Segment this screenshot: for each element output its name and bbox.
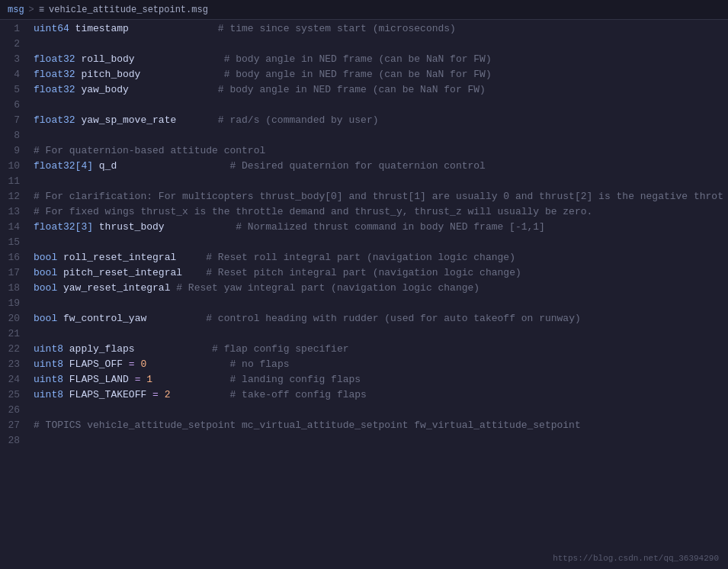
token: yaw_reset_integral [57, 282, 176, 294]
line-number: 4 [6, 67, 20, 82]
line-number: 14 [6, 220, 20, 235]
token: bool [34, 252, 57, 263]
token: = [129, 358, 135, 370]
token: # body angle in NED frame (can be NaN fo… [224, 53, 492, 65]
footer-url: https://blog.csdn.net/qq_36394290 [553, 554, 719, 563]
code-line: bool pitch_reset_integral # Reset pitch … [34, 265, 722, 281]
code-line [34, 174, 722, 189]
token: yaw_body [75, 84, 218, 95]
token: float32[4] [34, 160, 93, 172]
code-line: uint8 apply_flaps # flap config specifie… [34, 342, 722, 357]
line-number: 27 [6, 418, 20, 433]
code-line [34, 326, 722, 342]
breadcrumb-separator: > [29, 5, 34, 15]
token: 1 [140, 374, 152, 385]
token: apply_flaps [63, 343, 212, 355]
code-line: # TOPICS vehicle_attitude_setpoint mc_vi… [34, 418, 722, 433]
token: roll_body [75, 53, 224, 65]
token: float32 [34, 53, 75, 65]
line-number: 21 [6, 326, 20, 342]
token: uint64 [34, 23, 69, 34]
token: # take-off config flaps [229, 389, 366, 400]
line-number: 17 [6, 265, 20, 281]
code-line [34, 37, 722, 52]
line-number: 22 [6, 342, 20, 357]
breadcrumb-msg: msg [8, 5, 24, 15]
code-line: bool yaw_reset_integral # Reset yaw inte… [34, 281, 722, 296]
line-number: 12 [6, 189, 20, 204]
code-line: float32[3] thrust_body # Normalized thru… [34, 220, 722, 235]
code-line [34, 235, 722, 250]
token: float32[3] [34, 221, 93, 233]
line-number: 25 [6, 387, 20, 403]
token: # control heading with rudder (used for … [206, 313, 580, 324]
line-number: 8 [6, 128, 20, 143]
token: # For clarification: For multicopters th… [34, 191, 723, 202]
code-line: uint8 FLAPS_OFF = 0 # no flaps [34, 357, 722, 372]
token: fw_control_yaw [57, 313, 206, 324]
token: roll_reset_integral [57, 252, 206, 263]
token: # no flaps [229, 358, 289, 370]
token: # flap config specifier [212, 343, 348, 355]
line-number: 2 [6, 37, 20, 52]
token: pitch_reset_integral [57, 267, 206, 278]
code-line: # For fixed wings thrust_x is the thrott… [34, 204, 722, 220]
token: bool [34, 282, 57, 294]
code-container: 1234567891011121314151617181920212223242… [0, 20, 728, 569]
code-line: uint64 timestamp # time since system sta… [34, 21, 722, 37]
token: # body angle in NED frame (can be NaN fo… [224, 69, 492, 80]
token [170, 389, 229, 400]
line-number: 5 [6, 82, 20, 98]
token: = [152, 389, 159, 400]
token: yaw_sp_move_rate [75, 114, 218, 126]
line-number: 23 [6, 357, 20, 372]
token: timestamp [69, 23, 218, 34]
filename-label: vehicle_attitude_setpoint.msg [49, 5, 208, 15]
token: # body angle in NED frame (can be NaN fo… [218, 84, 486, 95]
line-number: 9 [6, 143, 20, 159]
token: uint8 [34, 374, 63, 385]
code-line: bool fw_control_yaw # control heading wi… [34, 311, 722, 326]
token: uint8 [34, 358, 63, 370]
token: q_d [93, 160, 229, 172]
line-number: 13 [6, 204, 20, 220]
code-line: bool roll_reset_integral # Reset roll in… [34, 250, 722, 265]
token: # Reset yaw integral part (navigation lo… [176, 282, 479, 294]
token: uint8 [34, 389, 63, 400]
token: # For quaternion-based attitude control [34, 145, 265, 156]
token: # rad/s (commanded by user) [218, 114, 379, 126]
code-line [34, 296, 722, 311]
token: uint8 [34, 343, 63, 355]
token: 0 [135, 358, 147, 370]
file-icon: ≡ [39, 5, 44, 15]
code-content[interactable]: uint64 timestamp # time since system sta… [27, 20, 728, 569]
line-number: 16 [6, 250, 20, 265]
code-line [34, 98, 722, 113]
code-line [34, 403, 722, 418]
token: pitch_body [75, 69, 224, 80]
token: FLAPS_LAND [63, 374, 135, 385]
token: # time since system start (microseconds) [218, 23, 456, 34]
line-number: 11 [6, 174, 20, 189]
code-line: uint8 FLAPS_LAND = 1 # landing config fl… [34, 372, 722, 387]
line-number: 10 [6, 159, 20, 174]
line-numbers: 1234567891011121314151617181920212223242… [0, 20, 27, 569]
line-number: 20 [6, 311, 20, 326]
code-line: float32 yaw_sp_move_rate # rad/s (comman… [34, 113, 722, 128]
code-line: uint8 FLAPS_TAKEOFF = 2 # take-off confi… [34, 387, 722, 403]
token: FLAPS_OFF [63, 358, 129, 370]
line-number: 6 [6, 98, 20, 113]
token: # For fixed wings thrust_x is the thrott… [34, 206, 592, 217]
code-line [34, 128, 722, 143]
code-line: # For quaternion-based attitude control [34, 143, 722, 159]
line-number: 18 [6, 281, 20, 296]
line-number: 3 [6, 52, 20, 67]
line-number: 19 [6, 296, 20, 311]
token: float32 [34, 114, 75, 126]
token: # landing config flaps [229, 374, 361, 385]
token: thrust_body [93, 221, 236, 233]
token [152, 374, 229, 385]
code-line: float32 roll_body # body angle in NED fr… [34, 52, 722, 67]
line-number: 1 [6, 21, 20, 37]
token: # Reset pitch integral part (navigation … [206, 267, 521, 278]
